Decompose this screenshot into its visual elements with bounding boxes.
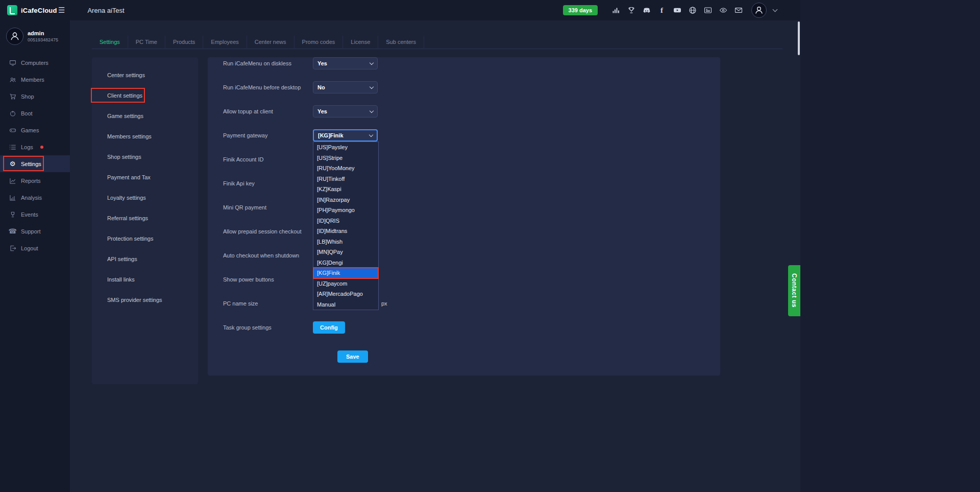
sidebar-item-events[interactable]: Events xyxy=(0,206,70,223)
form-row: Finik Account ID xyxy=(208,147,720,171)
field-label: Payment gateway xyxy=(208,132,313,138)
nav-protection-settings[interactable]: Protection settings xyxy=(92,228,198,249)
dropdown-option[interactable]: [RU]Tinkoff xyxy=(313,174,378,184)
dropdown-option[interactable]: [US]Paysley xyxy=(313,142,378,153)
dropdown-option[interactable]: [LB]Whish xyxy=(313,237,378,247)
tab-sub-centers[interactable]: Sub centers xyxy=(378,36,424,49)
allow-topup-select[interactable]: Yes xyxy=(313,105,378,118)
field-label: PC name size xyxy=(208,300,313,307)
dropdown-option[interactable]: Manual xyxy=(313,299,378,310)
nav-center-settings[interactable]: Center settings xyxy=(92,65,198,85)
dropdown-option[interactable]: [US]Stripe xyxy=(313,153,378,163)
nav-loyalty-settings[interactable]: Loyalty settings xyxy=(92,188,198,208)
sidebar-item-label: Games xyxy=(21,127,39,133)
form-row: Allow topup at client Yes xyxy=(208,99,720,123)
eye-icon[interactable] xyxy=(719,6,727,15)
globe-icon[interactable] xyxy=(688,6,697,15)
dropdown-option[interactable]: [IN]Razorpay xyxy=(313,195,378,205)
stats-icon[interactable] xyxy=(611,6,620,15)
trophy-icon[interactable] xyxy=(627,6,635,15)
user-avatar[interactable] xyxy=(751,3,767,18)
tab-settings[interactable]: Settings xyxy=(92,36,128,49)
sidebar-item-games[interactable]: Games xyxy=(0,122,70,138)
form-row: Finik Api key xyxy=(208,171,720,195)
tab-center-news[interactable]: Center news xyxy=(247,36,295,49)
tab-promo-codes[interactable]: Promo codes xyxy=(295,36,344,49)
notification-dot xyxy=(40,146,43,149)
dropdown-option[interactable]: [MN]QPay xyxy=(313,247,378,257)
sidebar-item-logs[interactable]: Logs xyxy=(0,138,70,155)
dropdown-option-selected[interactable]: [KG]Finik xyxy=(313,268,378,278)
tab-pc-time[interactable]: PC Time xyxy=(128,36,165,49)
nav-game-settings[interactable]: Game settings xyxy=(92,106,198,126)
youtube-icon[interactable] xyxy=(673,6,681,15)
sidebar-item-label: Logs xyxy=(21,144,33,150)
sidebar-item-label: Analysis xyxy=(21,195,42,201)
select-value: Yes xyxy=(317,60,327,66)
save-button[interactable]: Save xyxy=(337,350,368,363)
nav-members-settings[interactable]: Members settings xyxy=(92,126,198,147)
dropdown-option[interactable]: [KZ]Kaspi xyxy=(313,184,378,195)
field-label: Run iCafeMenu on diskless xyxy=(208,60,313,66)
profile-user-id: 005193482475 xyxy=(28,37,58,42)
sidebar-item-shop[interactable]: Shop xyxy=(0,88,70,105)
dropdown-option[interactable]: [UZ]paycom xyxy=(313,278,378,289)
run-icafemenu-before-desktop-select[interactable]: No xyxy=(313,81,378,93)
form-row: Run iCafeMenu on diskless Yes xyxy=(208,57,720,75)
contact-us-button[interactable]: Contact us xyxy=(788,265,800,316)
gamepad-icon xyxy=(9,127,16,134)
form-row: Run iCafeMenu before desktop No xyxy=(208,75,720,99)
form-row: Allow prepaid session checkout xyxy=(208,219,720,243)
hamburger-menu-icon[interactable]: ☰ xyxy=(58,6,65,15)
mail-icon[interactable] xyxy=(734,6,743,15)
dropdown-option[interactable]: [AR]MercadoPago xyxy=(313,289,378,299)
dropdown-option[interactable]: [ID]Midtrans xyxy=(313,226,378,237)
dropdown-option[interactable]: [RU]YooMoney xyxy=(313,163,378,174)
tab-products[interactable]: Products xyxy=(165,36,203,49)
nav-shop-settings[interactable]: Shop settings xyxy=(92,147,198,167)
sidebar-item-reports[interactable]: Reports xyxy=(0,172,70,189)
sidebar-item-analysis[interactable]: Analysis xyxy=(0,189,70,206)
chevron-down-icon xyxy=(370,60,374,64)
dropdown-option[interactable]: [KG]Dengi xyxy=(313,257,378,268)
sidebar-item-support[interactable]: ☎ Support xyxy=(0,223,70,240)
form-row: Mini QR payment xyxy=(208,195,720,219)
nav-referral-settings[interactable]: Referral settings xyxy=(92,208,198,228)
nav-sms-provider-settings[interactable]: SMS provider settings xyxy=(92,290,198,310)
sidebar-item-members[interactable]: Members xyxy=(0,71,70,88)
dropdown-option[interactable]: [PH]Paymongo xyxy=(313,205,378,216)
run-icafemenu-diskless-select[interactable]: Yes xyxy=(313,57,378,69)
form-row: Payment gateway [KG]Finik xyxy=(208,123,720,147)
form-row: Task group settings Config xyxy=(208,315,720,339)
facebook-icon[interactable]: f xyxy=(657,6,666,15)
sidebar-item-settings[interactable]: ⚙ Settings xyxy=(0,155,70,172)
scrollbar-thumb[interactable] xyxy=(798,21,800,55)
payment-gateway-select[interactable]: [KG]Finik xyxy=(313,129,378,142)
cart-icon xyxy=(9,93,16,100)
nav-client-settings[interactable]: Client settings xyxy=(92,85,198,106)
field-label: Run iCafeMenu before desktop xyxy=(208,84,313,90)
center-name-title: Arena aiTest xyxy=(87,7,124,14)
sidebar-item-label: Shop xyxy=(21,93,34,100)
card-icon[interactable] xyxy=(703,6,712,15)
profile-block[interactable]: admin 005193482475 xyxy=(0,20,70,54)
sidebar-item-computers[interactable]: Computers xyxy=(0,54,70,71)
sidebar-item-label: Settings xyxy=(21,161,41,167)
phone-icon: ☎ xyxy=(9,227,16,235)
nav-api-settings[interactable]: API settings xyxy=(92,249,198,269)
config-button[interactable]: Config xyxy=(313,321,345,334)
analysis-icon xyxy=(9,194,16,201)
sidebar-item-logout[interactable]: Logout xyxy=(0,240,70,256)
tab-employees[interactable]: Employees xyxy=(203,36,247,49)
chevron-down-icon[interactable] xyxy=(773,7,778,12)
app-logo[interactable]: iCafeCloud xyxy=(0,5,53,15)
dropdown-option[interactable]: [ID]QRIS xyxy=(313,216,378,226)
field-label: Finik Account ID xyxy=(208,156,313,162)
tab-license[interactable]: License xyxy=(343,36,378,49)
nav-install-links[interactable]: Install links xyxy=(92,269,198,290)
nav-payment-and-tax[interactable]: Payment and Tax xyxy=(92,167,198,188)
tab-bar: Settings PC Time Products Employees Cent… xyxy=(92,36,782,49)
sidebar-item-boot[interactable]: Boot xyxy=(0,105,70,122)
license-days-badge[interactable]: 339 days xyxy=(563,5,598,15)
discord-icon[interactable] xyxy=(642,6,651,15)
